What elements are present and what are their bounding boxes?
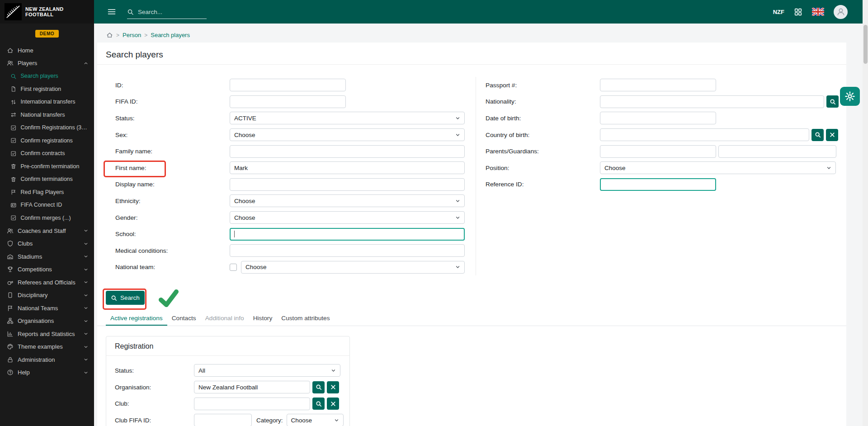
topbar-search-icon-slot [127,9,134,15]
country-of-birth-input[interactable] [600,128,809,141]
sidebar-item-national-transfers[interactable]: National transfers [0,109,94,122]
tab-additional-info[interactable]: Additional info [201,314,249,326]
chevron-down-icon [83,228,89,233]
sidebar-item-fifa-connect-id[interactable]: FIFA Connect ID [0,199,94,212]
registration-club-input[interactable] [194,398,310,410]
global-search-input[interactable] [138,9,198,15]
fifa-id-input[interactable] [230,95,346,108]
registration-status-select[interactable]: All [194,364,340,377]
sidebar-item-referees-and-officials[interactable]: Referees and Officials [0,276,94,289]
id-input[interactable] [230,79,346,91]
search-icon [127,9,134,15]
sidebar-item-international-transfers[interactable]: International transfers [0,95,94,109]
tab-history[interactable]: History [249,314,277,326]
registration-club-fifa-id-input[interactable] [194,414,252,426]
sidebar-item-home[interactable]: Home [0,44,94,57]
sidebar-item-reports-and-statistics[interactable]: Reports and Statistics [0,327,94,341]
sidebar-item-label: Pre-confirm termination [21,163,89,170]
field-ethnicity: Ethnicity:Choose [115,193,476,209]
status-label: Status: [115,115,230,122]
breadcrumb-person[interactable]: Person [123,32,141,38]
school-input[interactable] [230,228,465,241]
position-select[interactable]: Choose [600,161,836,174]
registration-organisation-input[interactable] [194,381,310,393]
field-position: Position:Choose [486,160,846,176]
sidebar-item-disciplinary[interactable]: Disciplinary [0,289,94,302]
parents-guardians-input-2[interactable] [718,145,836,158]
brand: NEW ZEALAND FOOTBALL [0,0,94,24]
sidebar-item-competitions[interactable]: Competitions [0,263,94,276]
sidebar-item-label: Disciplinary [18,292,79,298]
passport-input[interactable] [600,79,716,91]
sidebar-item-red-flag-players[interactable]: Red Flag Players [0,186,94,199]
avatar[interactable] [834,5,848,19]
breadcrumb-search-players[interactable]: Search players [151,32,190,38]
gender-select[interactable]: Choose [230,211,465,224]
breadcrumb-home[interactable] [106,32,113,38]
sex-select[interactable]: Choose [230,128,465,141]
family-name-input[interactable] [230,145,465,158]
country-of-birth-clear-button[interactable] [826,129,838,141]
display-name-input[interactable] [230,178,465,191]
field-sex: Sex:Choose [115,127,476,143]
sidebar-item-players[interactable]: Players [0,57,94,70]
registration-club-clear-button[interactable] [327,398,339,410]
reference-id-input[interactable] [600,178,716,191]
sidebar-item-administration[interactable]: Administration [0,353,94,366]
nationality-input[interactable] [600,95,824,108]
uk-flag-icon[interactable] [812,8,824,16]
tab-custom-attributes[interactable]: Custom attributes [277,314,334,326]
national-team-select[interactable]: Choose [241,261,465,274]
sidebar-item-help[interactable]: Help [0,366,94,379]
sidebar-item-organisations[interactable]: Organisations [0,315,94,328]
scrollbar-thumb[interactable] [863,25,868,64]
tab-active-registrations[interactable]: Active registrations [106,314,167,326]
medical-conditions-input[interactable] [230,244,465,257]
nationality-search-button[interactable] [826,95,839,108]
sidebar-item-pre-confirm-termination[interactable]: Pre-confirm termination [0,160,94,173]
sidebar-item-search-players[interactable]: Search players [0,70,94,83]
tab-contacts[interactable]: Contacts [167,314,201,326]
date-of-birth-input[interactable] [600,112,716,124]
demo-badge: DEMO [35,30,59,38]
sidebar-item-theme-examples[interactable]: Theme examples [0,341,94,354]
sidebar-item-label: Confirm registrations [21,137,89,144]
search-button[interactable]: Search [106,291,145,305]
sidebar-item-clubs[interactable]: Clubs [0,237,94,251]
field-parents-guardians: Parents/Guardians: [486,143,846,160]
sidebar-item-confirm-merges[interactable]: Confirm merges (...) [0,212,94,225]
sidebar-item-confirm-contracts[interactable]: Confirm contracts [0,147,94,160]
menu-icon [107,7,116,16]
registration-fields: Status:AllOrganisation:Club:Club FIFA ID… [106,356,349,426]
sidebar-item-stadiums[interactable]: Stadiums [0,250,94,263]
sort-arrows-icon [10,99,17,105]
trash-icon [10,163,17,170]
sidebar-item-label: FIFA Connect ID [21,202,89,208]
reference-id-label: Reference ID: [486,181,600,188]
ethnicity-select[interactable]: Choose [230,194,465,207]
sidebar-item-label: National transfers [21,112,89,118]
apps-grid-button[interactable] [794,8,802,16]
registration-organisation-search-button[interactable] [312,381,325,393]
registration-organisation-clear-button[interactable] [327,381,339,393]
sidebar-item-confirm-registrations-3082[interactable]: Confirm Registrations (3082) [0,121,94,134]
swap-arrows-icon [10,112,17,118]
country-of-birth-search-button[interactable] [811,129,824,141]
scrollbar[interactable] [863,0,868,426]
national-team-checkbox[interactable] [230,264,237,271]
topbar-search[interactable] [127,9,207,19]
status-select[interactable]: ACTIVE [230,112,465,124]
menu-button[interactable] [107,7,116,16]
sidebar-item-first-registration[interactable]: First registration [0,83,94,96]
sidebar-item-label: National Teams [18,305,79,312]
sidebar-item-national-teams[interactable]: National Teams [0,302,94,315]
registration-category-select[interactable]: Choose [287,414,344,426]
settings-gear-button[interactable] [840,87,860,106]
parents-guardians-input-1[interactable] [600,145,716,158]
sidebar-item-coaches-and-staff[interactable]: Coaches and Staff [0,224,94,237]
sidebar-item-confirm-registrations[interactable]: Confirm registrations [0,134,94,147]
registration-club-search-button[interactable] [312,398,325,410]
first-name-input[interactable] [230,161,465,174]
sidebar-item-confirm-terminations[interactable]: Confirm terminations [0,173,94,186]
chevron-down-icon [83,267,89,272]
